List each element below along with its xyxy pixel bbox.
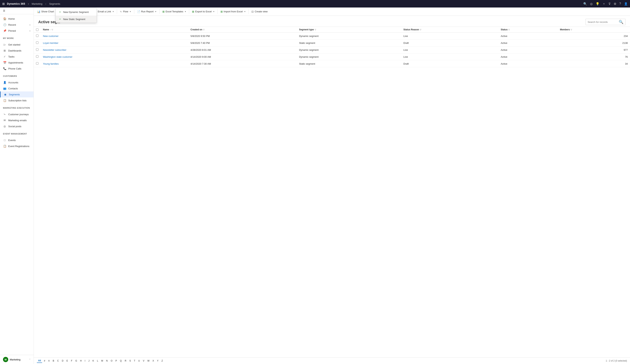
row-checkbox[interactable] [36,41,38,44]
sidebar-item-customer-journeys[interactable]: ⤷ Customer journeys [0,111,34,117]
page-letter-h[interactable]: H [79,359,83,363]
page-letter-o[interactable]: O [110,359,114,363]
sidebar-item-event-registrations[interactable]: 📋 Event Registrations [0,143,34,149]
sidebar-item-dashboards[interactable]: ⊞ Dashboards [0,47,34,53]
page-letter-g[interactable]: G [74,359,78,363]
page-letter-v[interactable]: V [142,359,146,363]
excel-templates-button[interactable]: ⊞ Excel Templates ▼ [160,9,188,14]
page-letter-e[interactable]: E [65,359,69,363]
page-letter-x[interactable]: X [151,359,155,363]
page-letter-#[interactable]: # [42,359,46,363]
user-icon[interactable]: 👤 [624,2,628,5]
brand-name: Dynamics 365 [7,2,25,5]
target-icon[interactable]: ◎ [590,2,593,5]
sidebar-item-segments[interactable]: ◉ Segments [0,91,34,97]
email-dropdown-arrow[interactable]: ▼ [112,11,114,12]
dashboard-icon: ⊞ [3,49,6,52]
page-letter-a[interactable]: A [47,359,51,363]
sidebar-item-pinned[interactable]: 📌 Pinned ∨ [0,28,34,34]
sidebar-item-subscription-lists[interactable]: 📋 Subscription lists [0,97,34,103]
gear-icon[interactable]: ⚙ [614,2,616,5]
page-letter-n[interactable]: N [105,359,109,363]
page-letter-s[interactable]: S [128,359,132,363]
sidebar-item-events[interactable]: □ Events [0,137,34,143]
sidebar-item-marketing-emails[interactable]: ✉ Marketing emails [0,117,34,123]
page-letter-w[interactable]: W [146,359,151,363]
row-name-link[interactable]: Newsletter subscriber [43,48,66,51]
flow-button[interactable]: ⤷ Flow ▼ [118,9,133,14]
page-letter-j[interactable]: J [87,359,91,363]
import-dropdown-arrow[interactable]: ▼ [244,11,246,12]
search-input[interactable] [588,20,618,23]
new-dynamic-segment-option[interactable]: ＋ New Dynamic Segment [56,8,96,15]
plus-icon[interactable]: ＋ [602,2,606,6]
select-all-checkbox[interactable] [36,28,38,31]
name-sort-icon[interactable]: ↑ [50,29,51,31]
page-letter-l[interactable]: L [96,359,100,363]
sidebar-item-home[interactable]: 🏠 Home [0,16,34,22]
sidebar-item-recent[interactable]: 🕐 Recent ∨ [0,22,34,28]
registrations-icon: 📋 [3,145,6,148]
bulb-icon[interactable]: 💡 [596,2,600,5]
page-letter-c[interactable]: C [56,359,60,363]
sidebar-item-get-started[interactable]: ▷ Get started [0,41,34,47]
excel-template-arrow[interactable]: ▼ [184,11,186,12]
page-letter-z[interactable]: Z [160,359,164,363]
row-checkbox[interactable] [36,62,38,65]
page-letter-p[interactable]: P [114,359,118,363]
sidebar-collapse-btn[interactable]: ☰ [0,7,34,14]
flow-dropdown-arrow[interactable]: ▼ [130,11,131,12]
page-letter-y[interactable]: Y [156,359,160,363]
type-filter-icon[interactable]: ▽ [314,29,316,31]
report-dropdown-arrow[interactable]: ▼ [155,11,156,12]
sidebar-item-phone-calls[interactable]: 📞 Phone Calls [0,65,34,71]
page-letter-t[interactable]: T [132,359,136,363]
social-icon: ◎ [3,125,6,128]
sidebar-item-tasks[interactable]: ✓ Tasks [0,53,34,59]
status-filter-icon[interactable]: ▽ [508,29,510,31]
page-letter-i[interactable]: I [84,359,86,363]
page-letter-d[interactable]: D [60,359,65,363]
page-letter-f[interactable]: F [70,359,74,363]
members-filter-icon[interactable]: ▽ [570,29,572,31]
filter-top-icon[interactable]: ⊽ [608,2,611,5]
show-chart-button[interactable]: 📊 Show Chart [35,9,56,14]
sidebar-item-accounts[interactable]: 👤 Accounts [0,79,34,85]
export-dropdown-arrow[interactable]: ▼ [213,11,215,12]
my-work-title: My Work [0,35,34,40]
members-col-header: Members ▽ [558,27,630,32]
new-static-segment-option[interactable]: ＋ New Static Segment [56,15,96,23]
sidebar-item-contacts[interactable]: 👥 Contacts [0,85,34,91]
status-reason-filter-icon[interactable]: ▽ [420,29,421,31]
run-report-button[interactable]: 📄 Run Report ▼ [135,9,158,14]
row-checkbox[interactable] [36,48,38,51]
dynamic-segment-icon: ＋ [59,10,61,14]
created-filter-icon[interactable]: ▽ [203,29,204,31]
row-name-link[interactable]: New customer [43,35,58,37]
row-type-cell: Dynamic segment [297,32,401,39]
row-checkbox[interactable] [36,34,38,37]
sidebar-footer[interactable]: M Marketing ⌃ [0,355,34,364]
row-name-link[interactable]: Loyal member [43,41,58,44]
page-letter-u[interactable]: U [137,359,141,363]
search-box[interactable]: 🔍 [586,19,626,25]
page-letter-all[interactable]: All [37,359,42,363]
page-letter-r[interactable]: R [124,359,128,363]
name-filter-icon[interactable]: ▽ [52,29,53,31]
export-excel-button[interactable]: ⊞ Export to Excel ▼ [190,9,216,14]
page-letter-b[interactable]: B [52,359,56,363]
row-checkbox[interactable] [36,55,38,58]
help-icon[interactable]: ? [619,2,621,5]
search-icon[interactable]: 🔍 [583,2,587,5]
sidebar-item-social-posts[interactable]: ◎ Social posts [0,123,34,129]
create-view-button[interactable]: ⊡ Create view [250,9,270,14]
accounts-icon: 👤 [3,81,6,84]
row-name-link[interactable]: Washington state customer [43,55,72,58]
page-letter-q[interactable]: Q [119,359,123,363]
sidebar-item-appointments[interactable]: 📅 Appointments [0,59,34,65]
row-name-link[interactable]: Young families [43,62,59,65]
import-excel-button[interactable]: ⊞ Import from Excel ▼ [218,9,248,14]
page-letter-m[interactable]: M [100,359,104,363]
page-letter-k[interactable]: K [91,359,95,363]
waffle-icon[interactable]: ⊞ [2,2,5,5]
